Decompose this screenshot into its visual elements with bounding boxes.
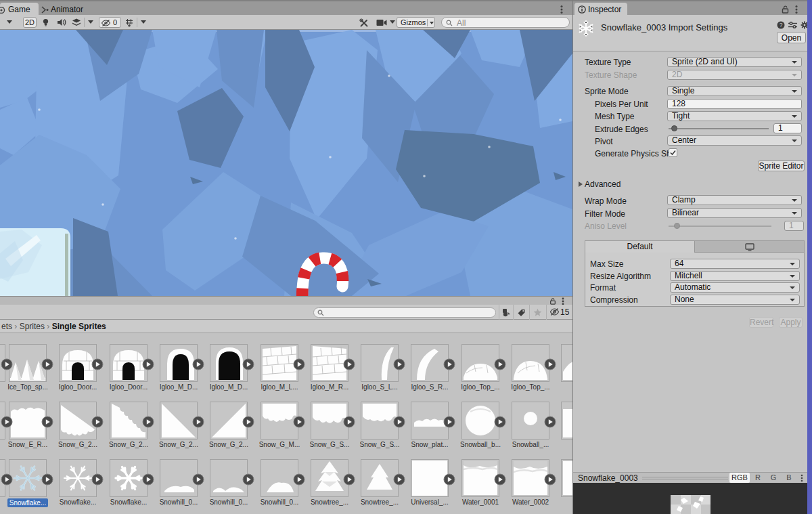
svg-text:?: ? xyxy=(780,22,783,28)
